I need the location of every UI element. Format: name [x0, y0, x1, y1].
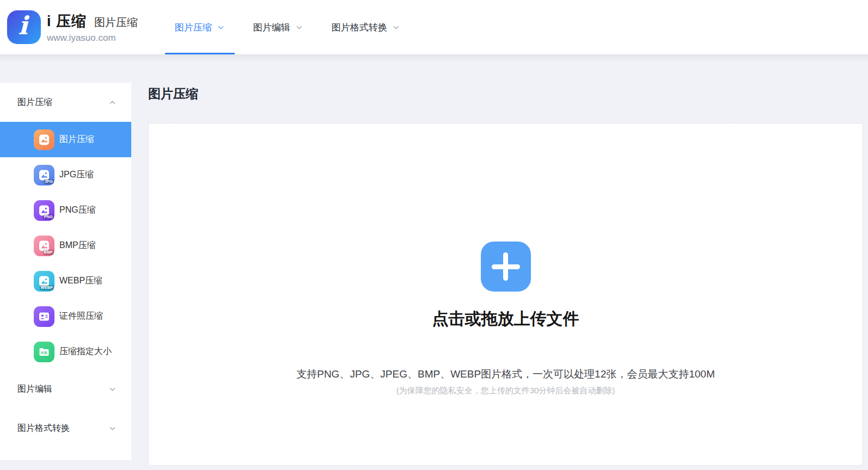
sidebar-item-jpg-compress[interactable]: JPG JPG压缩: [0, 157, 131, 193]
sidebar-item-image-compress[interactable]: 图片压缩: [0, 122, 131, 157]
main-nav: 图片压缩 图片编辑 图片格式转换: [161, 0, 414, 54]
page-title: 图片压缩: [148, 85, 198, 102]
format-badge: JPG: [44, 179, 54, 184]
chevron-down-icon: [217, 23, 225, 32]
chevron-up-icon: [108, 98, 117, 107]
sidebar-item-id-photo-compress[interactable]: 证件照压缩: [0, 299, 131, 334]
image-compress-icon: [34, 129, 54, 150]
section-label: 图片格式转换: [17, 423, 70, 434]
sidebar-item-label: 图片压缩: [59, 134, 94, 145]
nav-item-label: 图片格式转换: [332, 21, 387, 34]
bmp-compress-icon: BMP: [34, 236, 54, 256]
chevron-down-icon: [108, 385, 117, 393]
upload-supported-formats: 支持PNG、JPG、JPEG、BMP、WEBP图片格式，一次可以处理12张，会员…: [296, 367, 715, 381]
header-shadow: [0, 54, 868, 62]
sidebar-item-label: 证件照压缩: [59, 311, 103, 322]
chevron-down-icon: [295, 23, 303, 32]
sidebar-section-image-edit[interactable]: 图片编辑: [0, 369, 131, 409]
add-files-button[interactable]: [481, 242, 531, 292]
nav-item-image-edit[interactable]: 图片编辑: [239, 0, 317, 54]
png-compress-icon: PNG: [34, 200, 54, 221]
nav-item-label: 图片压缩: [175, 21, 212, 34]
sidebar-item-bmp-compress[interactable]: BMP BMP压缩: [0, 228, 131, 263]
sidebar: 图片压缩 图片压缩 JPG JPG压缩 PNG PNG压缩 BMP BMP压缩: [0, 83, 131, 460]
logo-letter: i: [18, 13, 27, 38]
format-badge: WEBP: [40, 285, 54, 290]
chevron-down-icon: [392, 23, 400, 32]
upload-dropzone[interactable]: 点击或拖放上传文件 支持PNG、JPG、JPEG、BMP、WEBP图片格式，一次…: [148, 123, 863, 466]
nav-item-image-compress[interactable]: 图片压缩: [161, 0, 239, 54]
brand[interactable]: i i 压缩 图片压缩 www.iyasuo.com: [7, 10, 138, 44]
sidebar-item-label: 压缩指定大小: [59, 346, 112, 357]
section-label: 图片压缩: [17, 97, 52, 108]
sidebar-section-format-convert[interactable]: 图片格式转换: [0, 409, 131, 448]
compress-to-size-icon: KB: [34, 342, 54, 362]
brand-domain: www.iyasuo.com: [47, 33, 138, 44]
brand-logo-icon: i: [7, 10, 41, 44]
nav-item-format-convert[interactable]: 图片格式转换: [317, 0, 414, 54]
format-badge: PNG: [43, 214, 54, 220]
sidebar-item-webp-compress[interactable]: WEBP WEBP压缩: [0, 263, 131, 299]
section-label: 图片编辑: [17, 384, 52, 395]
sidebar-item-png-compress[interactable]: PNG PNG压缩: [0, 193, 131, 228]
sidebar-section-image-compress[interactable]: 图片压缩: [0, 83, 131, 122]
sidebar-item-compress-to-size[interactable]: KB 压缩指定大小: [0, 334, 131, 369]
brand-text: i 压缩 图片压缩 www.iyasuo.com: [47, 11, 138, 44]
nav-item-label: 图片编辑: [253, 21, 290, 34]
sidebar-item-label: PNG压缩: [59, 205, 96, 216]
sidebar-item-label: JPG压缩: [59, 169, 94, 181]
brand-name: i 压缩: [47, 11, 87, 31]
sidebar-item-label: BMP压缩: [59, 240, 96, 251]
svg-text:KB: KB: [41, 350, 47, 355]
format-badge: BMP: [43, 250, 54, 255]
top-header: i i 压缩 图片压缩 www.iyasuo.com 图片压缩 图片编辑 图片格…: [0, 0, 868, 54]
upload-headline: 点击或拖放上传文件: [432, 308, 579, 330]
upload-privacy-note: (为保障您的隐私安全，您上传的文件30分钟后会被自动删除): [396, 386, 615, 396]
webp-compress-icon: WEBP: [34, 271, 54, 292]
id-photo-compress-icon: [34, 306, 54, 327]
sidebar-item-label: WEBP压缩: [59, 275, 102, 287]
brand-subtitle: 图片压缩: [94, 15, 138, 30]
chevron-down-icon: [108, 424, 117, 432]
jpg-compress-icon: JPG: [34, 165, 54, 185]
